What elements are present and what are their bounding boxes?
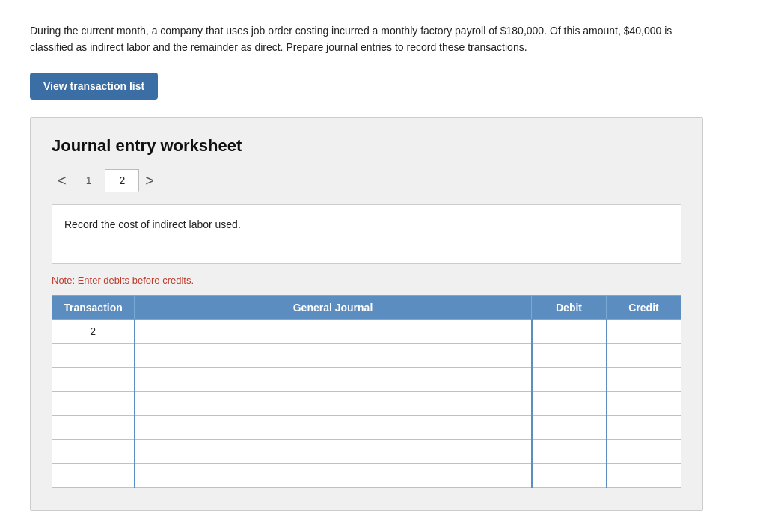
table-row [52,343,681,367]
credit-input[interactable] [613,325,675,337]
debit-input[interactable] [539,325,600,337]
table-row [52,367,681,391]
col-header-credit: Credit [607,295,681,319]
debit-cell[interactable] [532,439,607,463]
transaction-cell [52,415,135,439]
credit-cell[interactable] [607,319,681,343]
view-transaction-button[interactable]: View transaction list [30,73,158,100]
credit-cell[interactable] [607,415,681,439]
credit-input[interactable] [613,349,675,361]
credit-cell[interactable] [607,463,681,487]
instruction-text: Record the cost of indirect labor used. [64,218,241,230]
col-header-general-journal: General Journal [135,295,532,319]
credit-input[interactable] [613,397,675,409]
general-journal-input[interactable] [141,445,525,457]
general-journal-input[interactable] [141,373,525,385]
transaction-cell [52,439,135,463]
col-header-transaction: Transaction [52,295,135,319]
col-header-debit: Debit [532,295,607,319]
transaction-cell [52,463,135,487]
debit-input[interactable] [539,445,600,457]
tab-2[interactable]: 2 [105,169,139,192]
debit-cell[interactable] [532,367,607,391]
transaction-cell [52,343,135,367]
table-row [52,439,681,463]
debit-input[interactable] [539,397,600,409]
instruction-box: Record the cost of indirect labor used. [52,204,681,264]
general-journal-cell[interactable] [135,367,532,391]
general-journal-input[interactable] [141,469,525,481]
note-text: Note: Enter debits before credits. [52,275,681,286]
tab-row: 1 2 [52,169,681,192]
worksheet-container: Journal entry worksheet 1 2 Record the c… [30,117,703,511]
transaction-cell: 2 [52,319,135,343]
general-journal-input[interactable] [141,421,525,433]
credit-input[interactable] [613,445,675,457]
debit-cell[interactable] [532,319,607,343]
debit-cell[interactable] [532,343,607,367]
credit-cell[interactable] [607,391,681,415]
credit-input[interactable] [613,373,675,385]
credit-input[interactable] [613,469,675,481]
credit-cell[interactable] [607,439,681,463]
journal-table: Transaction General Journal Debit Credit… [52,295,681,488]
credit-cell[interactable] [607,367,681,391]
tab-next-button[interactable] [139,169,160,192]
general-journal-input[interactable] [141,397,525,409]
credit-input[interactable] [613,421,675,433]
debit-input[interactable] [539,469,600,481]
general-journal-cell[interactable] [135,415,532,439]
general-journal-cell[interactable] [135,391,532,415]
general-journal-cell[interactable] [135,343,532,367]
general-journal-cell[interactable] [135,439,532,463]
general-journal-cell[interactable] [135,463,532,487]
transaction-cell [52,391,135,415]
tab-prev-button[interactable] [52,169,73,192]
debit-cell[interactable] [532,463,607,487]
worksheet-title: Journal entry worksheet [52,136,681,156]
transaction-cell [52,367,135,391]
general-journal-input[interactable] [141,325,525,337]
problem-text: During the current month, a company that… [30,22,673,56]
table-row: 2 [52,319,681,343]
debit-input[interactable] [539,421,600,433]
tab-1[interactable]: 1 [73,170,105,191]
table-row [52,391,681,415]
general-journal-cell[interactable] [135,319,532,343]
table-row [52,415,681,439]
general-journal-input[interactable] [141,349,525,361]
debit-cell[interactable] [532,391,607,415]
debit-cell[interactable] [532,415,607,439]
table-row [52,463,681,487]
credit-cell[interactable] [607,343,681,367]
debit-input[interactable] [539,349,600,361]
debit-input[interactable] [539,373,600,385]
